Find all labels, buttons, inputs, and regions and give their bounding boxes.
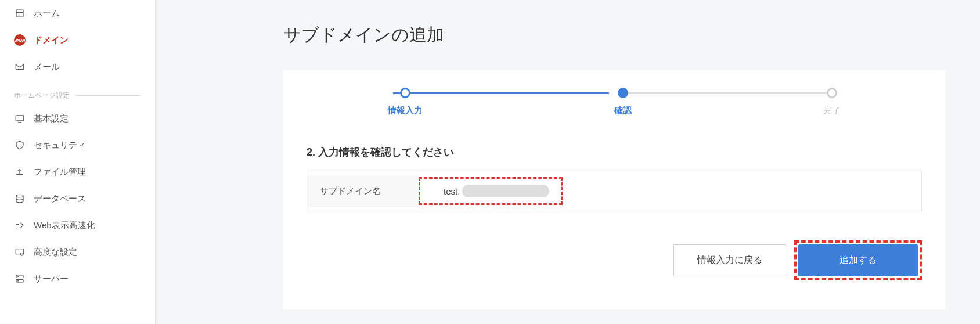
action-bar: 情報入力に戻る 追加する (307, 240, 922, 280)
step-confirm: 確認 (614, 88, 632, 116)
redacted-value (462, 185, 549, 197)
sidebar-item-label: データベース (34, 193, 86, 204)
svg-rect-3 (16, 64, 24, 70)
sidebar-item-label: ドメイン (34, 35, 69, 46)
instruction-heading: 2. 入力情報を確認してください (307, 145, 922, 159)
field-value-prefix: test. (444, 186, 462, 196)
mail-icon (14, 61, 26, 73)
field-row-subdomain: サブドメイン名 test. (307, 171, 922, 211)
server-icon (14, 273, 26, 285)
svg-rect-0 (16, 10, 23, 17)
sidebar-item-label: セキュリティ (34, 140, 86, 151)
sidebar-item-speed[interactable]: Web表示高速化 (0, 212, 155, 239)
svg-rect-9 (16, 275, 23, 278)
step-label: 完了 (823, 105, 841, 116)
sidebar-item-label: 高度な設定 (34, 247, 77, 258)
sidebar-item-server[interactable]: サーバー (0, 265, 155, 292)
www-icon: www (14, 34, 26, 46)
step-circle (827, 88, 837, 98)
database-icon (14, 193, 26, 204)
sidebar-item-label: Web表示高速化 (34, 220, 95, 231)
sidebar-item-label: メール (34, 62, 60, 73)
sidebar: ホーム www ドメイン メール ホームページ設定 基本設定 セキュリティ (0, 0, 156, 324)
sidebar-item-home[interactable]: ホーム (0, 0, 155, 27)
sidebar-item-files[interactable]: ファイル管理 (0, 159, 155, 185)
step-label: 情報入力 (388, 105, 423, 116)
panel: 情報入力 確認 完了 2. 入力情報を確認してください サブドメイン名 (283, 70, 945, 309)
display-gear-icon (14, 246, 26, 258)
sidebar-item-label: 基本設定 (34, 113, 69, 124)
sidebar-item-database[interactable]: データベース (0, 185, 155, 212)
highlight-annotation-submit: 追加する (794, 240, 922, 280)
field-label: サブドメイン名 (307, 175, 420, 207)
shield-icon (14, 139, 26, 151)
sidebar-item-domain[interactable]: www ドメイン (0, 27, 155, 53)
svg-rect-4 (16, 116, 24, 121)
home-icon (14, 8, 26, 19)
main-content: サブドメインの追加 情報入力 確認 完了 (156, 0, 980, 324)
step-input: 情報入力 (388, 88, 423, 116)
svg-point-12 (18, 280, 19, 281)
sidebar-item-advanced[interactable]: 高度な設定 (0, 239, 155, 265)
sidebar-item-label: サーバー (34, 273, 69, 285)
sidebar-item-security[interactable]: セキュリティ (0, 132, 155, 159)
upload-icon (14, 166, 26, 178)
svg-point-11 (18, 276, 19, 277)
sidebar-item-mail[interactable]: メール (0, 53, 155, 80)
stepper: 情報入力 確認 完了 (388, 88, 841, 116)
sidebar-item-label: ファイル管理 (34, 167, 86, 178)
step-circle (618, 88, 628, 98)
step-label: 確認 (614, 105, 632, 116)
sidebar-section-label: ホームページ設定 (0, 80, 155, 105)
sidebar-item-basic[interactable]: 基本設定 (0, 105, 155, 132)
highlight-annotation-value: test. (419, 177, 563, 205)
svg-point-6 (16, 195, 23, 197)
page-title: サブドメインの追加 (283, 23, 945, 47)
step-circle (400, 88, 410, 98)
sidebar-item-label: ホーム (34, 8, 60, 19)
progress-bar-done (393, 92, 609, 94)
back-button[interactable]: 情報入力に戻る (673, 244, 786, 276)
progress-bar-pending (619, 92, 835, 94)
svg-rect-10 (16, 280, 23, 283)
step-done: 完了 (823, 88, 841, 116)
monitor-icon (14, 113, 26, 124)
field-value-container: test. (420, 171, 921, 211)
speed-icon (14, 219, 26, 231)
submit-button[interactable]: 追加する (798, 244, 918, 276)
